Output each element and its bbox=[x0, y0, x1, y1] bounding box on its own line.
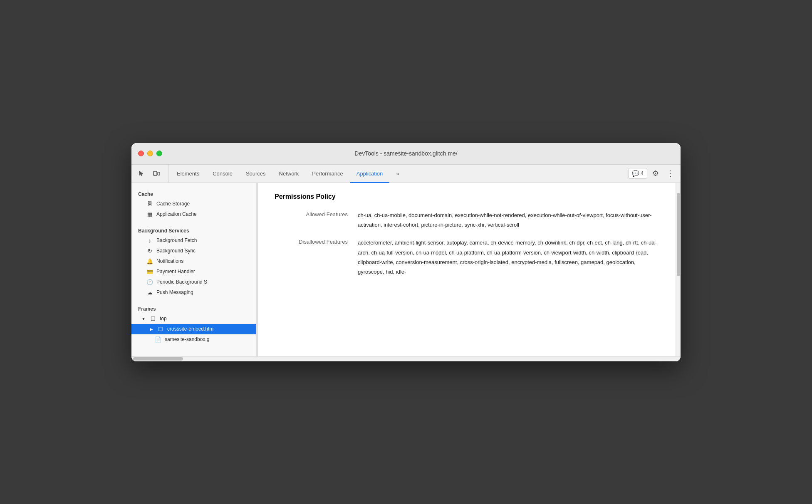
disallowed-features-value: accelerometer, ambient-light-sensor, aut… bbox=[358, 238, 659, 277]
settings-button[interactable]: ⚙ bbox=[649, 167, 662, 180]
sidebar-item-notifications[interactable]: 🔔 Notifications bbox=[131, 256, 256, 267]
bg-services-section-header: Background Services bbox=[131, 223, 256, 235]
page-title: Permissions Policy bbox=[275, 193, 659, 200]
sidebar-item-samesite[interactable]: 📄 samesite-sandbox.g bbox=[131, 334, 256, 345]
device-toolbar-icon[interactable] bbox=[150, 167, 163, 180]
svg-rect-1 bbox=[158, 172, 160, 175]
expand-icon: ▶ bbox=[150, 327, 153, 331]
allowed-features-row: Allowed Features ch-ua, ch-ua-mobile, do… bbox=[275, 210, 659, 238]
disallowed-features-label: Disallowed Features bbox=[275, 238, 358, 245]
window-title: DevTools - samesite-sandbox.glitch.me/ bbox=[354, 150, 457, 157]
content-area: Permissions Policy Allowed Features ch-u… bbox=[258, 183, 676, 356]
sidebar-item-push-messaging[interactable]: ☁ Push Messaging bbox=[131, 287, 256, 298]
sidebar-item-cache-storage[interactable]: 🗄 Cache Storage bbox=[131, 199, 256, 209]
sidebar-item-bg-sync[interactable]: ↻ Background Sync bbox=[131, 246, 256, 256]
database-icon: 🗄 bbox=[146, 201, 153, 207]
disallowed-features-row: Disallowed Features accelerometer, ambie… bbox=[275, 238, 659, 285]
toolbar-right: 💬 4 ⚙ ⋮ bbox=[625, 165, 677, 183]
cache-section-header: Cache bbox=[131, 186, 256, 199]
close-button[interactable] bbox=[138, 151, 144, 156]
traffic-lights bbox=[138, 151, 162, 156]
card-icon: 💳 bbox=[146, 269, 153, 275]
issues-badge[interactable]: 💬 4 bbox=[628, 168, 647, 179]
tab-more[interactable]: » bbox=[389, 165, 406, 183]
scrollbar-thumb-horiz bbox=[133, 357, 183, 361]
cloud-icon: ☁ bbox=[146, 289, 153, 296]
toolbar-icon-group bbox=[135, 165, 168, 183]
sync-icon: ↻ bbox=[146, 248, 153, 254]
scrollbar-thumb-vert bbox=[677, 193, 680, 276]
policy-table: Allowed Features ch-ua, ch-ua-mobile, do… bbox=[275, 210, 659, 285]
sidebar-item-crosssite[interactable]: ▶ ☐ crosssite-embed.htm bbox=[131, 324, 256, 334]
main-layout: Cache 🗄 Cache Storage ▦ Application Cach… bbox=[131, 183, 681, 356]
cursor-icon[interactable] bbox=[135, 167, 148, 180]
tab-performance[interactable]: Performance bbox=[305, 165, 349, 183]
svg-rect-0 bbox=[153, 171, 157, 175]
tab-elements[interactable]: Elements bbox=[170, 165, 206, 183]
badge-count: 4 bbox=[641, 170, 644, 176]
frame-icon-2: ☐ bbox=[157, 326, 164, 332]
sidebar: Cache 🗄 Cache Storage ▦ Application Cach… bbox=[131, 183, 256, 356]
sidebar-item-top[interactable]: ▼ ☐ top bbox=[131, 314, 256, 324]
tab-network[interactable]: Network bbox=[272, 165, 306, 183]
allowed-features-label: Allowed Features bbox=[275, 210, 358, 217]
toolbar: Elements Console Sources Network Perform… bbox=[131, 165, 681, 183]
file-icon: 📄 bbox=[155, 336, 161, 343]
tab-sources[interactable]: Sources bbox=[239, 165, 272, 183]
bell-icon: 🔔 bbox=[146, 258, 153, 264]
devtools-window: DevTools - samesite-sandbox.glitch.me/ E… bbox=[131, 143, 681, 361]
tab-console[interactable]: Console bbox=[206, 165, 239, 183]
content-scrollbar[interactable] bbox=[676, 183, 681, 356]
title-bar: DevTools - samesite-sandbox.glitch.me/ bbox=[131, 143, 681, 165]
sidebar-item-payment-handler[interactable]: 💳 Payment Handler bbox=[131, 267, 256, 277]
sidebar-scrollbar[interactable] bbox=[131, 356, 681, 361]
maximize-button[interactable] bbox=[156, 151, 162, 156]
sidebar-item-periodic-bg[interactable]: 🕐 Periodic Background S bbox=[131, 277, 256, 287]
minimize-button[interactable] bbox=[147, 151, 153, 156]
more-menu-button[interactable]: ⋮ bbox=[664, 167, 677, 180]
grid-icon: ▦ bbox=[146, 211, 153, 217]
frame-icon: ☐ bbox=[150, 316, 156, 322]
frames-section-header: Frames bbox=[131, 301, 256, 314]
allowed-features-value: ch-ua, ch-ua-mobile, document-domain, ex… bbox=[358, 210, 659, 230]
clock-icon: 🕐 bbox=[146, 279, 153, 285]
sidebar-item-application-cache[interactable]: ▦ Application Cache bbox=[131, 209, 256, 220]
arrows-icon: ↕ bbox=[146, 237, 153, 244]
tab-application[interactable]: Application bbox=[350, 165, 390, 183]
sidebar-item-bg-fetch[interactable]: ↕ Background Fetch bbox=[131, 235, 256, 246]
toolbar-tabs: Elements Console Sources Network Perform… bbox=[170, 165, 625, 183]
chat-icon: 💬 bbox=[632, 170, 639, 177]
collapse-icon: ▼ bbox=[141, 316, 146, 321]
frames-section: Frames ▼ ☐ top ▶ ☐ crosssite-embed.htm 📄… bbox=[131, 301, 256, 345]
